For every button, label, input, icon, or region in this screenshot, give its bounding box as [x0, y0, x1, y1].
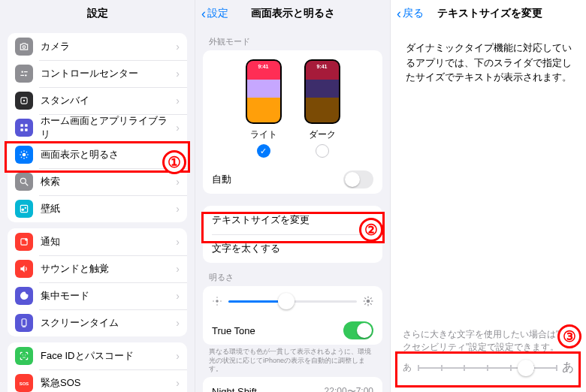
svg-point-23 — [22, 208, 25, 211]
display-icon — [15, 146, 33, 164]
appearance-dark[interactable]: 9:41 ダーク — [304, 59, 340, 158]
dark-label: ダーク — [304, 128, 340, 141]
back-label: 戻る — [403, 7, 424, 20]
chevron-right-icon: › — [176, 350, 180, 362]
chevron-right-icon: › — [176, 68, 180, 80]
settings-row-screentime[interactable]: スクリーンタイム› — [8, 309, 187, 336]
text-card: テキストサイズを変更 › 文字を太くする — [203, 206, 382, 263]
back-button[interactable]: ‹ 設定 — [195, 7, 228, 20]
standby-icon — [15, 92, 33, 110]
auto-appearance-row[interactable]: 自動 — [203, 165, 382, 194]
radio-dark-icon — [316, 144, 329, 158]
svg-line-44 — [370, 297, 372, 299]
auto-label: 自動 — [212, 173, 231, 186]
brightness-slider[interactable] — [203, 286, 382, 316]
truetone-note: 異なる環境でも色が一貫して表示されるように、環境光の状況に応じてiPhoneの表… — [195, 345, 390, 377]
text-size-screen: ‹ 戻る テキストサイズを変更 ダイナミックタイプ機能に対応しているアプリでは、… — [391, 0, 586, 392]
svg-rect-22 — [20, 205, 27, 212]
settings-row-wallpaper[interactable]: 壁紙› — [8, 195, 187, 222]
settings-row-focus[interactable]: 集中モード› — [8, 282, 187, 309]
annotation-badge-3: ③ — [557, 324, 581, 348]
svg-point-29 — [25, 354, 26, 355]
truetone-switch[interactable] — [343, 321, 373, 339]
settings-row-home[interactable]: ホーム画面とアプリライブラリ› — [8, 114, 187, 141]
settings-group-2: 通知›サウンドと触覚›集中モード›スクリーンタイム› — [8, 228, 187, 336]
radio-light-icon — [257, 144, 270, 158]
settings-row-search[interactable]: 検索› — [8, 168, 187, 195]
nav-bar: ‹ 戻る テキストサイズを変更 — [391, 0, 586, 27]
svg-point-26 — [25, 238, 28, 241]
settings-row-control[interactable]: コントロールセンター› — [8, 60, 187, 87]
notif-icon — [15, 233, 33, 251]
row-label: 集中モード — [41, 289, 89, 303]
camera-icon — [15, 38, 33, 56]
text-size-slider[interactable]: あ あ — [403, 360, 574, 375]
chevron-right-icon: › — [176, 317, 180, 329]
sos-icon: SOS — [15, 374, 33, 392]
display-brightness-screen: ‹ 設定 画面表示と明るさ 外観モード 9:41 ライト 9:41 ダーク — [195, 0, 391, 392]
auto-switch[interactable] — [343, 170, 373, 188]
nightshift-label: Night Shift — [212, 386, 257, 392]
faceid-icon — [15, 347, 33, 365]
svg-line-41 — [364, 297, 366, 299]
truetone-row[interactable]: True Tone — [203, 316, 382, 345]
row-label: カメラ — [41, 40, 70, 53]
nightshift-card: Night Shift 22:00〜7:00 — [203, 377, 382, 392]
svg-line-21 — [26, 183, 29, 186]
nav-bar: 設定 — [0, 0, 195, 27]
back-label: 設定 — [207, 7, 228, 20]
svg-line-43 — [364, 303, 366, 305]
sound-icon — [15, 260, 33, 278]
wallpaper-icon — [15, 200, 33, 218]
chevron-right-icon: › — [176, 122, 180, 134]
chevron-right-icon: › — [176, 263, 180, 275]
appearance-light[interactable]: 9:41 ライト — [246, 59, 282, 158]
svg-line-16 — [21, 152, 22, 152]
nightshift-value: 22:00〜7:00 — [325, 385, 373, 392]
settings-row-standby[interactable]: スタンバイ› — [8, 87, 187, 114]
chevron-right-icon: › — [176, 203, 180, 215]
row-label: ホーム画面とアプリライブラリ — [41, 114, 176, 141]
settings-group-3: Face IDとパスコード›SOS緊急SOS›プライバシーとセキュリティ› — [8, 342, 187, 392]
row-label: 通知 — [41, 235, 60, 249]
svg-point-3 — [25, 74, 26, 76]
svg-rect-7 — [20, 124, 23, 127]
row-label: スタンバイ — [41, 94, 89, 107]
focus-icon — [15, 287, 33, 305]
svg-point-0 — [23, 46, 26, 49]
light-preview-icon: 9:41 — [246, 59, 282, 124]
screentime-icon — [15, 314, 33, 332]
svg-line-19 — [26, 152, 27, 152]
row-label: 画面表示と明るさ — [41, 148, 119, 161]
text-size-label: テキストサイズを変更 — [212, 213, 310, 227]
back-button[interactable]: ‹ 戻る — [391, 7, 424, 20]
slider-thumb[interactable] — [518, 360, 534, 376]
chevron-left-icon: ‹ — [397, 7, 401, 20]
svg-point-28 — [23, 354, 23, 355]
settings-row-camera[interactable]: カメラ› — [8, 33, 187, 60]
slider-track — [418, 367, 556, 369]
settings-row-sound[interactable]: サウンドと触覚› — [8, 255, 187, 282]
dynamic-type-description: ダイナミックタイプ機能に対応しているアプリでは、下のスライダで指定したサイズでテ… — [391, 27, 586, 98]
svg-point-6 — [23, 100, 25, 101]
small-a-label: あ — [403, 361, 412, 374]
settings-group-1: カメラ›コントロールセンター›スタンバイ›ホーム画面とアプリライブラリ›画面表示… — [8, 33, 187, 222]
light-label: ライト — [246, 128, 282, 141]
svg-line-18 — [21, 157, 22, 158]
text-size-row[interactable]: テキストサイズを変更 › — [203, 206, 382, 234]
settings-row-notif[interactable]: 通知› — [8, 228, 187, 255]
row-label: Face IDとパスコード — [41, 349, 134, 363]
home-icon — [15, 119, 33, 137]
bold-text-row[interactable]: 文字を太くする — [203, 234, 382, 263]
chevron-left-icon: ‹ — [201, 7, 206, 20]
settings-row-display[interactable]: 画面表示と明るさ› — [8, 141, 187, 168]
chevron-right-icon: › — [176, 95, 180, 107]
settings-row-sos[interactable]: SOS緊急SOS› — [8, 369, 187, 392]
svg-rect-10 — [25, 128, 28, 131]
svg-line-42 — [370, 303, 372, 305]
settings-row-faceid[interactable]: Face IDとパスコード› — [8, 342, 187, 369]
svg-point-31 — [216, 300, 219, 303]
slider-thumb[interactable] — [278, 293, 295, 309]
chevron-right-icon: › — [176, 236, 180, 248]
nightshift-row[interactable]: Night Shift 22:00〜7:00 — [203, 377, 382, 392]
